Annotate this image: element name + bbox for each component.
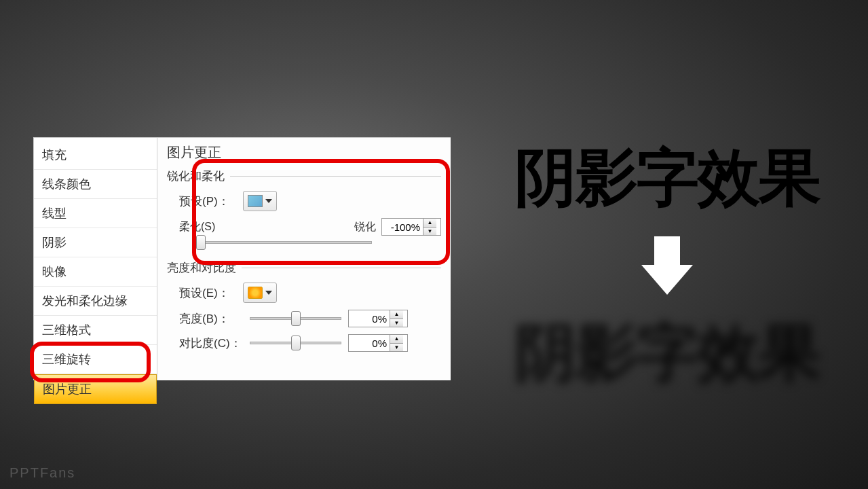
- spinner-down-icon[interactable]: ▼: [390, 344, 403, 352]
- brightness-contrast-group: 亮度和对比度 预设(E)： 亮度(B)： ▲: [167, 260, 441, 352]
- spinner-up-icon[interactable]: ▲: [423, 219, 436, 228]
- sharpen-group-title: 锐化和柔化: [167, 168, 225, 184]
- brightness-input[interactable]: [349, 313, 390, 325]
- spinner-down-icon[interactable]: ▼: [423, 228, 436, 236]
- sidebar-item-line-style[interactable]: 线型: [34, 199, 157, 228]
- slider-thumb[interactable]: [291, 311, 301, 326]
- brightness-preset-dropdown[interactable]: [243, 283, 277, 303]
- sun-icon: [248, 287, 263, 299]
- sidebar-item-line-color[interactable]: 线条颜色: [34, 170, 157, 199]
- sharpen-slider[interactable]: [197, 241, 372, 244]
- contrast-label: 对比度(C)：: [179, 336, 250, 351]
- brightness-slider[interactable]: [250, 317, 341, 320]
- effect-title-before: 阴影字效果: [514, 136, 820, 220]
- preset-label-brightness: 预设(E)：: [179, 285, 243, 301]
- effect-demo: 阴影字效果 阴影字效果: [477, 136, 857, 395]
- soften-label: 柔化(S): [179, 220, 215, 234]
- sidebar-item-reflection[interactable]: 映像: [34, 257, 157, 287]
- brightness-spinner[interactable]: ▲ ▼: [348, 310, 408, 327]
- arrow-down-icon: [641, 236, 693, 295]
- sharpen-label: 锐化: [354, 220, 376, 234]
- sharpen-value-spinner[interactable]: ▲ ▼: [381, 218, 441, 236]
- panel-title: 图片更正: [167, 143, 441, 162]
- group-divider: [230, 176, 441, 177]
- contrast-input[interactable]: [349, 338, 390, 349]
- sharpen-value-input[interactable]: [382, 221, 423, 233]
- contrast-spinner[interactable]: ▲ ▼: [348, 334, 408, 352]
- preset-dropdown-button[interactable]: [243, 191, 277, 211]
- brightness-label: 亮度(B)：: [179, 311, 250, 327]
- slider-thumb[interactable]: [291, 336, 301, 350]
- main-panel: 图片更正 锐化和柔化 预设(P)： 柔化(S) 锐化 ▲: [157, 138, 451, 380]
- preset-image-icon: [248, 195, 263, 207]
- sidebar-item-glow[interactable]: 发光和柔化边缘: [34, 287, 157, 316]
- sidebar: 填充 线条颜色 线型 阴影 映像 发光和柔化边缘 三维格式 三维旋转 图片更正: [34, 138, 157, 380]
- slider-thumb[interactable]: [196, 235, 206, 250]
- spinner-up-icon[interactable]: ▲: [390, 310, 403, 319]
- preset-label: 预设(P)：: [179, 194, 243, 209]
- sidebar-item-fill[interactable]: 填充: [34, 141, 157, 170]
- chevron-down-icon: [265, 291, 272, 295]
- sharpen-soften-group: 锐化和柔化 预设(P)： 柔化(S) 锐化 ▲ ▼: [167, 168, 441, 244]
- format-picture-dialog: 填充 线条颜色 线型 阴影 映像 发光和柔化边缘 三维格式 三维旋转 图片更正 …: [33, 137, 451, 380]
- sidebar-item-3d-rotation[interactable]: 三维旋转: [34, 345, 157, 374]
- contrast-slider[interactable]: [250, 342, 341, 344]
- spinner-down-icon[interactable]: ▼: [390, 319, 403, 327]
- sidebar-item-shadow[interactable]: 阴影: [34, 228, 157, 257]
- chevron-down-icon: [265, 199, 272, 203]
- watermark: PPTFans: [10, 465, 75, 481]
- spinner-up-icon[interactable]: ▲: [390, 335, 403, 344]
- sidebar-item-picture-correction[interactable]: 图片更正: [34, 374, 157, 404]
- brightness-group-title: 亮度和对比度: [167, 260, 236, 276]
- group-divider: [242, 268, 441, 268]
- sidebar-item-3d-format[interactable]: 三维格式: [34, 316, 157, 345]
- effect-title-after: 阴影字效果: [514, 311, 820, 395]
